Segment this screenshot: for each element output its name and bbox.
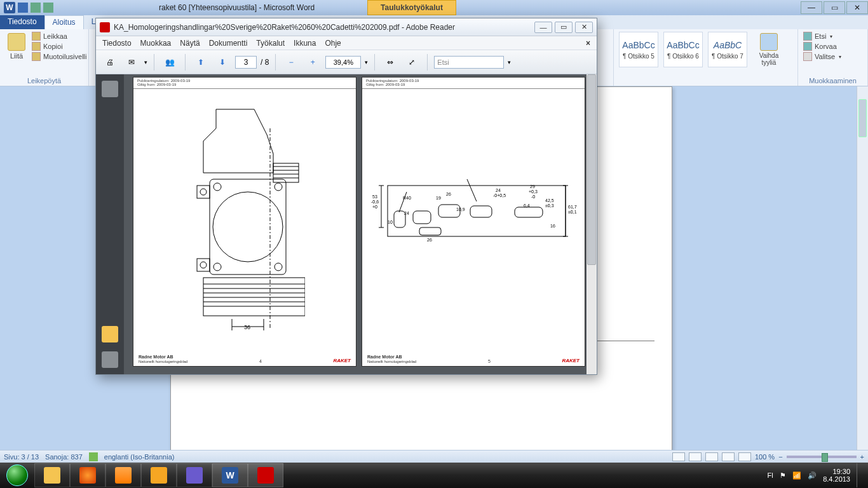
save-icon[interactable] bbox=[18, 3, 28, 13]
style-heading5[interactable]: AaBbCc ¶ Otsikko 5 bbox=[619, 32, 658, 67]
tray-flag-icon[interactable]: ⚑ bbox=[780, 471, 786, 480]
page-down-button[interactable]: ⬇ bbox=[214, 53, 231, 71]
svg-text:26: 26 bbox=[446, 192, 451, 196]
taskbar-word[interactable]: W bbox=[212, 463, 248, 487]
reader-vertical-scrollbar[interactable] bbox=[587, 74, 597, 374]
zoom-level-box[interactable]: 39,4% bbox=[325, 56, 361, 69]
status-language[interactable]: englanti (Iso-Britannia) bbox=[104, 453, 175, 461]
pdf-icon bbox=[100, 22, 110, 32]
zoom-slider[interactable] bbox=[787, 456, 857, 458]
status-page[interactable]: Sivu: 3 / 13 bbox=[4, 453, 39, 461]
taskbar-mediaplayer[interactable] bbox=[105, 463, 141, 487]
start-button[interactable] bbox=[0, 463, 34, 488]
view-outline[interactable] bbox=[722, 452, 735, 461]
copy-icon bbox=[32, 42, 41, 51]
reader-close-button[interactable]: ✕ bbox=[575, 22, 593, 33]
reader-maximize-button[interactable]: ▭ bbox=[555, 22, 573, 33]
view-web-layout[interactable] bbox=[705, 452, 718, 461]
group-label-editing: Muokkaaminen bbox=[803, 76, 862, 85]
wmp-icon bbox=[115, 467, 132, 484]
page-up-button[interactable]: ⬆ bbox=[192, 53, 210, 71]
taskbar-explorer[interactable] bbox=[34, 463, 70, 487]
minimize-button[interactable]: — bbox=[801, 1, 822, 14]
status-words[interactable]: Sanoja: 837 bbox=[45, 453, 83, 461]
printer-icon: 🖨 bbox=[106, 58, 114, 67]
zoom-out-button[interactable]: − bbox=[778, 453, 782, 461]
contextual-tab-table-tools[interactable]: Taulukkotyökalut bbox=[367, 0, 456, 15]
fit-page-button[interactable]: ⤢ bbox=[403, 53, 421, 71]
reader-minimize-button[interactable]: — bbox=[534, 22, 552, 33]
menu-help[interactable]: Ohje bbox=[325, 39, 341, 48]
taskbar-adobe-reader[interactable] bbox=[248, 463, 283, 487]
tab-home[interactable]: Aloitus bbox=[44, 15, 84, 29]
page-number-input[interactable] bbox=[235, 56, 257, 69]
find-button[interactable]: Etsi▾ bbox=[803, 32, 841, 41]
email-button[interactable]: ✉ bbox=[123, 53, 140, 71]
brush-icon bbox=[32, 52, 41, 61]
view-full-screen[interactable] bbox=[689, 452, 702, 461]
style-heading7[interactable]: AaBbC ¶ Otsikko 7 bbox=[708, 32, 747, 67]
tray-volume-icon[interactable]: 🔊 bbox=[808, 471, 817, 480]
menu-file[interactable]: Tiedosto bbox=[102, 39, 132, 48]
copy-button[interactable]: Kopioi bbox=[32, 42, 86, 51]
maximize-button[interactable]: ▭ bbox=[824, 1, 845, 14]
tab-file[interactable]: Tiedosto bbox=[0, 15, 44, 29]
paste-button[interactable]: Liitä bbox=[5, 32, 28, 61]
find-input[interactable]: Etsi bbox=[434, 56, 504, 69]
change-styles-button[interactable]: Vaihda tyyliä bbox=[752, 32, 785, 67]
fit-width-button[interactable]: ⇔ bbox=[381, 53, 399, 71]
page-total: / 8 bbox=[261, 58, 269, 67]
show-desktop-button[interactable] bbox=[857, 463, 863, 487]
menu-document[interactable]: Dokumentti bbox=[209, 39, 248, 48]
style-heading6[interactable]: AaBbCc ¶ Otsikko 6 bbox=[663, 32, 703, 67]
group-clipboard: Liitä Leikkaa Kopioi Muotoilusivelli Lei… bbox=[0, 29, 89, 86]
undo-icon[interactable] bbox=[31, 3, 41, 13]
svg-rect-13 bbox=[197, 259, 210, 271]
replace-button[interactable]: Korvaa bbox=[803, 42, 841, 51]
menu-tools[interactable]: Työkalut bbox=[256, 39, 285, 48]
menu-window[interactable]: Ikkuna bbox=[294, 39, 316, 48]
reader-page-view[interactable]: Publiceringsdatum: 2009-03-19 Giltig fro… bbox=[124, 74, 597, 374]
reader-titlebar[interactable]: KA_Homologeringshandlingar%20Sverige%20R… bbox=[96, 18, 597, 36]
svg-rect-30 bbox=[419, 227, 441, 235]
svg-text:+0: +0 bbox=[372, 205, 377, 209]
menu-close-doc-button[interactable]: × bbox=[586, 39, 590, 48]
cut-button[interactable]: Leikkaa bbox=[32, 32, 86, 41]
svg-text:-0+0,5: -0+0,5 bbox=[493, 193, 506, 198]
outlook-icon bbox=[151, 467, 167, 484]
taskbar-unknown[interactable] bbox=[177, 463, 212, 487]
view-print-layout[interactable] bbox=[672, 452, 685, 461]
select-button[interactable]: Valitse▾ bbox=[803, 52, 841, 61]
zoom-in-button[interactable]: + bbox=[860, 453, 864, 461]
group-editing: Etsi▾ Korvaa Valitse▾ Muokkaaminen bbox=[798, 29, 868, 86]
tray-network-icon[interactable]: 📶 bbox=[792, 471, 801, 480]
footer-brand: RAKET bbox=[562, 358, 580, 363]
cut-label: Leikkaa bbox=[43, 32, 67, 40]
taskbar-outlook[interactable] bbox=[141, 463, 177, 487]
zoom-in-button[interactable]: + bbox=[304, 53, 322, 71]
format-painter-button[interactable]: Muotoilusivelli bbox=[32, 52, 86, 61]
collaborate-button[interactable]: 👥 bbox=[161, 53, 179, 71]
print-button[interactable]: 🖨 bbox=[101, 53, 119, 71]
clock-date: 8.4.2013 bbox=[823, 475, 850, 483]
zoom-level[interactable]: 100 % bbox=[755, 453, 775, 461]
thumbnails-icon[interactable] bbox=[102, 81, 118, 97]
taskbar-firefox[interactable] bbox=[70, 463, 105, 487]
scrollbar-thumb[interactable] bbox=[587, 74, 596, 265]
view-draft[interactable] bbox=[738, 452, 751, 461]
redo-icon[interactable] bbox=[43, 3, 53, 13]
menu-edit[interactable]: Muokkaa bbox=[140, 39, 172, 48]
scrollbar-thumb[interactable] bbox=[858, 99, 867, 137]
svg-text:10: 10 bbox=[388, 220, 393, 224]
attachments-icon[interactable] bbox=[102, 351, 118, 368]
close-button[interactable]: ✕ bbox=[846, 1, 868, 14]
comments-icon[interactable] bbox=[102, 326, 118, 342]
tray-clock[interactable]: 19:30 8.4.2013 bbox=[823, 468, 850, 483]
word-vertical-scrollbar[interactable] bbox=[857, 86, 868, 450]
tray-language[interactable]: FI bbox=[767, 471, 773, 479]
proofing-icon[interactable] bbox=[89, 452, 98, 461]
arrow-down-icon: ⬇ bbox=[219, 58, 226, 67]
menu-view[interactable]: Näytä bbox=[180, 39, 200, 48]
zoom-out-button[interactable]: − bbox=[282, 53, 300, 71]
word-statusbar: Sivu: 3 / 13 Sanoja: 837 englanti (Iso-B… bbox=[0, 450, 868, 463]
